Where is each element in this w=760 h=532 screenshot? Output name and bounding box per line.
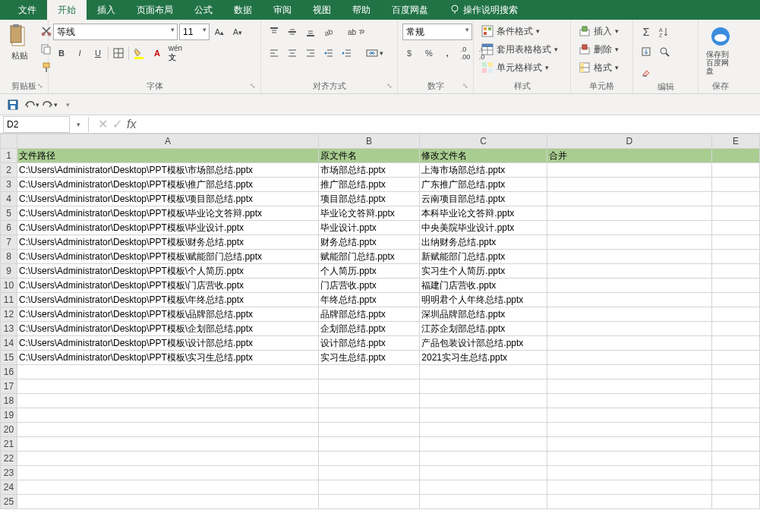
border-button[interactable]: [110, 45, 127, 61]
dialog-launcher-icon[interactable]: ⤡: [250, 80, 256, 92]
name-box[interactable]: [3, 116, 70, 133]
cell[interactable]: [547, 221, 711, 235]
cell[interactable]: 明明君个人年终总结.pptx: [420, 293, 547, 307]
format-table-button[interactable]: 套用表格格式▾: [478, 41, 561, 58]
cell[interactable]: [17, 480, 319, 495]
cell-styles-button[interactable]: 单元格样式▾: [478, 59, 552, 76]
fx-icon[interactable]: fx: [127, 118, 136, 131]
cell[interactable]: [711, 466, 759, 480]
name-box-dropdown[interactable]: ▾: [71, 121, 85, 128]
cell[interactable]: [420, 408, 547, 423]
cell[interactable]: [547, 437, 711, 452]
row-header[interactable]: 18: [1, 394, 17, 408]
cell[interactable]: 云南项目部总结.pptx: [420, 192, 547, 206]
cell[interactable]: [420, 495, 547, 509]
phonetic-button[interactable]: wén文: [167, 45, 184, 61]
cell[interactable]: [420, 480, 547, 495]
cell[interactable]: [318, 466, 420, 480]
dialog-launcher-icon[interactable]: ⤡: [386, 80, 393, 92]
cell[interactable]: [547, 408, 711, 423]
cell[interactable]: [711, 293, 759, 307]
row-header[interactable]: 9: [1, 264, 17, 279]
cell[interactable]: 毕业设计.pptx: [318, 221, 420, 235]
cell[interactable]: 财务总结.pptx: [318, 235, 420, 250]
cell[interactable]: 品牌部总结.pptx: [318, 307, 420, 322]
align-top-button[interactable]: [266, 24, 282, 40]
align-middle-button[interactable]: [284, 24, 301, 40]
cell[interactable]: [711, 221, 759, 235]
col-header-B[interactable]: B: [318, 134, 420, 149]
cell[interactable]: 中央美院毕业设计.pptx: [420, 221, 547, 235]
font-name-select[interactable]: [53, 24, 178, 40]
row-header[interactable]: 19: [1, 408, 17, 423]
cell[interactable]: [711, 365, 759, 379]
cell[interactable]: C:\Users\Administrator\Desktop\PPT模板\年终总…: [17, 293, 319, 307]
cell[interactable]: C:\Users\Administrator\Desktop\PPT模板\推广部…: [17, 178, 319, 192]
row-header[interactable]: 25: [1, 495, 17, 509]
tab-插入[interactable]: 插入: [87, 0, 126, 20]
cell[interactable]: C:\Users\Administrator\Desktop\PPT模板\企划部…: [17, 322, 319, 336]
cell[interactable]: [420, 379, 547, 394]
cell[interactable]: [547, 293, 711, 307]
row-header[interactable]: 6: [1, 221, 17, 235]
cell[interactable]: 推广部总结.pptx: [318, 178, 420, 192]
row-header[interactable]: 15: [1, 351, 17, 365]
dialog-launcher-icon[interactable]: ⤡: [462, 80, 468, 92]
fill-button[interactable]: [638, 43, 654, 60]
increase-decimal-button[interactable]: .0.00: [457, 45, 474, 61]
cell[interactable]: [711, 452, 759, 466]
cell[interactable]: [711, 394, 759, 408]
cell[interactable]: [711, 408, 759, 423]
cell[interactable]: 江苏企划部总结.pptx: [420, 322, 547, 336]
cell[interactable]: [711, 480, 759, 495]
row-header[interactable]: 11: [1, 293, 17, 307]
align-left-button[interactable]: [266, 45, 282, 61]
cell[interactable]: [547, 206, 711, 221]
decrease-font-button[interactable]: A▾: [229, 24, 246, 40]
cell[interactable]: C:\Users\Administrator\Desktop\PPT模板\个人简…: [17, 264, 319, 279]
row-header[interactable]: 21: [1, 437, 17, 452]
cell[interactable]: C:\Users\Administrator\Desktop\PPT模板\市场部…: [17, 163, 319, 178]
tab-数据[interactable]: 数据: [223, 0, 263, 20]
cell[interactable]: [547, 178, 711, 192]
row-header[interactable]: 10: [1, 279, 17, 293]
cell[interactable]: C:\Users\Administrator\Desktop\PPT模板\毕业论…: [17, 206, 319, 221]
row-header[interactable]: 4: [1, 192, 17, 206]
cell[interactable]: [318, 480, 420, 495]
cell[interactable]: [318, 365, 420, 379]
row-header[interactable]: 22: [1, 452, 17, 466]
cell[interactable]: [547, 379, 711, 394]
cell[interactable]: [420, 365, 547, 379]
cell[interactable]: [547, 163, 711, 178]
cell[interactable]: 福建门店营收.pptx: [420, 279, 547, 293]
cell[interactable]: [420, 423, 547, 437]
row-header[interactable]: 13: [1, 322, 17, 336]
cell[interactable]: 产品包装设计部总结.pptx: [420, 336, 547, 351]
cell[interactable]: [420, 466, 547, 480]
align-right-button[interactable]: [302, 45, 319, 61]
tab-公式[interactable]: 公式: [184, 0, 223, 20]
delete-cells-button[interactable]: 删除▾: [576, 41, 622, 58]
cell[interactable]: 出纳财务总结.pptx: [420, 235, 547, 250]
cell[interactable]: [711, 351, 759, 365]
cell[interactable]: [547, 452, 711, 466]
cell[interactable]: [420, 452, 547, 466]
cell[interactable]: [547, 307, 711, 322]
col-header-E[interactable]: E: [711, 134, 759, 149]
italic-button[interactable]: I: [71, 45, 88, 61]
cell[interactable]: [711, 178, 759, 192]
insert-cells-button[interactable]: 插入▾: [576, 23, 622, 39]
cell[interactable]: 广东推广部总结.pptx: [420, 178, 547, 192]
col-header-C[interactable]: C: [420, 134, 547, 149]
format-cells-button[interactable]: 格式▾: [576, 59, 622, 76]
col-header-D[interactable]: D: [547, 134, 711, 149]
cell[interactable]: [17, 452, 319, 466]
cell[interactable]: [547, 279, 711, 293]
cell[interactable]: 项目部总结.pptx: [318, 192, 420, 206]
row-header[interactable]: 17: [1, 379, 17, 394]
cell[interactable]: [711, 423, 759, 437]
cell[interactable]: 本科毕业论文答辩.pptx: [420, 206, 547, 221]
cell[interactable]: [318, 423, 420, 437]
cell[interactable]: [318, 495, 420, 509]
cell[interactable]: C:\Users\Administrator\Desktop\PPT模板\赋能部…: [17, 250, 319, 264]
